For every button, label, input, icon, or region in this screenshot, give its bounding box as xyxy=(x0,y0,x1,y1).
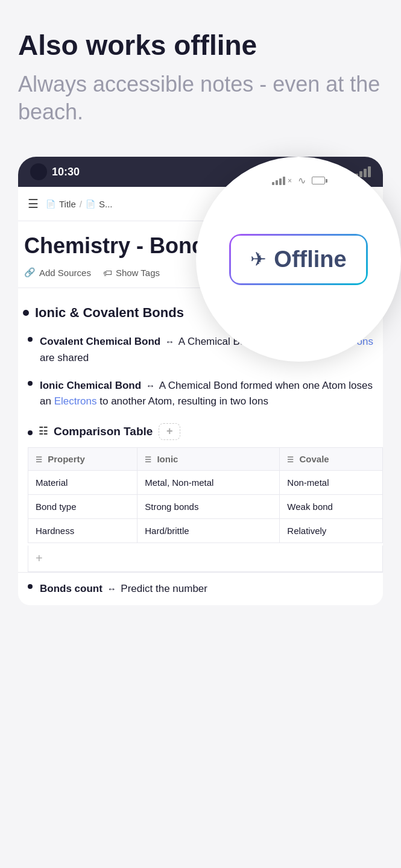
comparison-table: ☰ Property ☰ Ionic ☰ Covale xyxy=(28,447,383,543)
col-header-covalent: ☰ Covale xyxy=(280,447,383,470)
offline-text: Offline xyxy=(274,247,346,272)
double-arrow-icon-2: ↔ xyxy=(146,380,155,391)
table-add-column-button[interactable]: + xyxy=(159,423,180,440)
bullet-1 xyxy=(28,337,33,342)
breadcrumb-item-1[interactable]: Title xyxy=(59,199,76,209)
phone-container: × ∿ ✈ Offline 10:30 xyxy=(18,157,383,699)
bullet-2 xyxy=(28,381,33,386)
table-heading: ☷ Comparison Table + xyxy=(18,416,383,447)
magnifier-overlay: × ∿ ✈ Offline xyxy=(196,157,401,362)
breadcrumb-doc-icon-1: 📄 xyxy=(46,200,55,209)
cell-bondtype-cov[interactable]: Weak bond xyxy=(280,494,383,518)
camera-dot xyxy=(30,163,47,180)
table-container: ☰ Property ☰ Ionic ☰ Covale xyxy=(18,447,383,572)
list-item: Ionic Chemical Bond ↔ A Chemical Bond fo… xyxy=(18,372,383,416)
ionic-suffix: to another Atom, resulting in two Ions xyxy=(99,395,268,407)
col-icon-3: ☰ xyxy=(287,456,294,464)
bonds-count-description: Predict the number xyxy=(121,583,207,594)
ionic-bond-title: Ionic Chemical Bond xyxy=(40,380,141,391)
bar3 xyxy=(364,169,367,177)
hero-section: Also works offline Always accessible not… xyxy=(0,0,401,711)
section-bullet xyxy=(23,310,29,316)
add-sources-label: Add Sources xyxy=(39,268,91,278)
table-row: Hardness Hard/brittle Relatively xyxy=(28,518,383,542)
cell-bondtype-ionic[interactable]: Strong bonds xyxy=(137,494,280,518)
bonds-count-text: Bonds count ↔ Predict the number xyxy=(40,581,207,597)
cell-material-prop[interactable]: Material xyxy=(28,470,137,494)
covalent-suffix: are shared xyxy=(40,352,89,363)
menu-icon[interactable]: ☰ xyxy=(28,197,39,211)
bonds-count-item: Bonds count ↔ Predict the number xyxy=(18,572,383,605)
wifi-icon: ∿ xyxy=(298,175,306,186)
bonds-count-label: Bonds count xyxy=(40,583,103,594)
offline-badge: ✈ Offline xyxy=(229,234,367,285)
table-icon: ☷ xyxy=(39,425,48,438)
col-icon-1: ☰ xyxy=(36,456,42,464)
cell-bondtype-prop[interactable]: Bond type xyxy=(28,494,137,518)
cell-material-ionic[interactable]: Metal, Non-metal xyxy=(137,470,280,494)
tag-icon: 🏷 xyxy=(103,268,112,278)
col-label-property: Property xyxy=(48,454,85,464)
electrons-link-2[interactable]: Electrons xyxy=(54,395,97,407)
table-bullet xyxy=(28,430,33,435)
bar2 xyxy=(359,171,362,177)
signal-bar-1 xyxy=(272,182,274,185)
show-tags-button[interactable]: 🏷 Show Tags xyxy=(103,268,160,278)
double-arrow-icon-1: ↔ xyxy=(165,336,174,347)
hero-title: Also works offline xyxy=(18,30,383,61)
breadcrumb-separator: / xyxy=(80,199,82,209)
hero-subtitle: Always accessible notes - even at the be… xyxy=(18,71,383,127)
cell-material-cov[interactable]: Non-metal xyxy=(280,470,383,494)
col-label-covalent: Covale xyxy=(300,454,329,464)
breadcrumb: 📄 Title / 📄 S... xyxy=(46,199,112,209)
cell-hardness-prop[interactable]: Hardness xyxy=(28,518,137,542)
breadcrumb-item-2[interactable]: S... xyxy=(99,199,113,209)
show-tags-label: Show Tags xyxy=(116,268,160,278)
bonds-count-bullet xyxy=(28,584,33,589)
signal-bar-3 xyxy=(279,178,282,185)
col-label-ionic: Ionic xyxy=(157,454,178,464)
section-title: Ionic & Covalent Bonds xyxy=(35,305,184,321)
status-time: 10:30 xyxy=(52,166,80,178)
table-row: Material Metal, Non-metal Non-metal xyxy=(28,470,383,494)
breadcrumb-doc-icon-2: 📄 xyxy=(86,200,95,209)
battery-icon xyxy=(312,177,325,184)
col-icon-2: ☰ xyxy=(145,456,151,464)
airplane-icon: ✈ xyxy=(250,248,267,271)
signal-indicator: × xyxy=(272,177,292,185)
signal-bar-2 xyxy=(276,180,278,185)
signal-x: × xyxy=(288,177,292,185)
link-icon: 🔗 xyxy=(24,267,36,278)
add-row-button[interactable]: + xyxy=(28,546,383,572)
add-sources-button[interactable]: 🔗 Add Sources xyxy=(24,267,91,278)
covalent-bond-title: Covalent Chemical Bond xyxy=(40,336,160,347)
double-arrow-icon-3: ↔ xyxy=(107,583,116,594)
col-header-ionic: ☰ Ionic xyxy=(137,447,280,470)
cell-hardness-cov[interactable]: Relatively xyxy=(280,518,383,542)
signal-bar-4 xyxy=(283,177,285,185)
ionic-bond-text: Ionic Chemical Bond ↔ A Chemical Bond fo… xyxy=(40,378,373,410)
table-row: Bond type Strong bonds Weak bond xyxy=(28,494,383,518)
bar4 xyxy=(368,166,371,177)
cell-hardness-ionic[interactable]: Hard/brittle xyxy=(137,518,280,542)
col-header-property: ☰ Property xyxy=(28,447,137,470)
table-title: Comparison Table xyxy=(54,425,153,438)
